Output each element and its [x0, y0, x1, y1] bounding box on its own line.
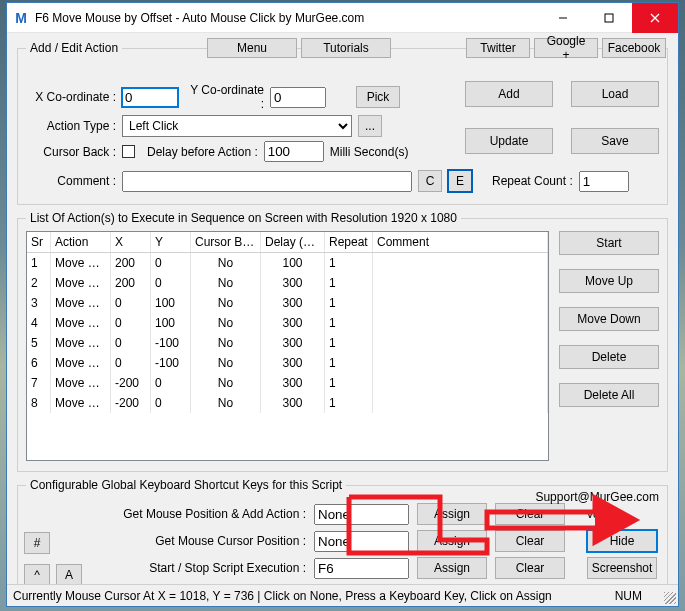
twitter-button[interactable]: Twitter — [466, 38, 530, 58]
add-button[interactable]: Add — [465, 81, 553, 107]
table-row[interactable]: 7Move M...-2000No3001 — [27, 373, 548, 393]
sc1-input[interactable] — [314, 504, 409, 525]
grid-header: Sr Action X Y Cursor Back Delay (ms) Rep… — [27, 232, 548, 253]
table-row[interactable]: 5Move M...0-100No3001 — [27, 333, 548, 353]
table-row[interactable]: 3Move M...0100No3001 — [27, 293, 548, 313]
y-coord-input[interactable] — [270, 87, 326, 108]
menu-button[interactable]: Menu — [207, 38, 297, 58]
action-type-label: Action Type : — [26, 119, 116, 133]
screenshot-button[interactable]: Screenshot — [587, 557, 657, 579]
table-row[interactable]: 8Move M...-2000No3001 — [27, 393, 548, 413]
app-icon: M — [13, 10, 29, 26]
sc2-assign[interactable]: Assign — [417, 530, 487, 552]
movedown-button[interactable]: Move Down — [559, 307, 659, 331]
caret-button[interactable]: ^ — [24, 564, 50, 586]
repeat-input[interactable] — [579, 171, 629, 192]
table-row[interactable]: 1Move M...2000No1001 — [27, 253, 548, 273]
shortcuts-legend: Configurable Global Keyboard Shortcut Ke… — [26, 478, 346, 492]
x-coord-label: X Co-ordinate : — [26, 90, 116, 104]
tutorials-button[interactable]: Tutorials — [301, 38, 391, 58]
googleplus-button[interactable]: Google + — [534, 38, 598, 58]
comment-label: Comment : — [26, 174, 116, 188]
save-button[interactable]: Save — [571, 128, 659, 154]
ms-label: Milli Second(s) — [330, 145, 409, 159]
c-button[interactable]: C — [418, 170, 442, 192]
sc3-clear[interactable]: Clear — [495, 557, 565, 579]
table-row[interactable]: 2Move M...2000No3001 — [27, 273, 548, 293]
action-list-legend: List Of Action(s) to Execute in Sequence… — [26, 211, 461, 225]
sc1-label: Get Mouse Position & Add Action : — [26, 507, 306, 521]
sc3-assign[interactable]: Assign — [417, 557, 487, 579]
status-text: Currently Mouse Cursor At X = 1018, Y = … — [13, 589, 552, 603]
support-link[interactable]: Support@MurGee.com — [535, 490, 659, 504]
add-edit-group: Add / Edit Action Menu Tutorials Twitter… — [17, 41, 668, 205]
action-type-select[interactable]: Left Click — [122, 115, 352, 137]
resize-grip-icon[interactable] — [664, 592, 676, 604]
svg-rect-1 — [605, 14, 613, 22]
hash-button[interactable]: # — [24, 532, 50, 554]
table-row[interactable]: 6Move M...0-100No3001 — [27, 353, 548, 373]
close-button[interactable] — [632, 3, 678, 33]
y-coord-label: Y Co-ordinate : — [184, 83, 264, 111]
update-button[interactable]: Update — [465, 128, 553, 154]
pick-button[interactable]: Pick — [356, 86, 400, 108]
sc2-input[interactable] — [314, 531, 409, 552]
sc2-label: Get Mouse Cursor Position : — [26, 534, 306, 548]
app-window: M F6 Move Mouse by Offset - Auto Mouse C… — [6, 2, 679, 607]
comment-input[interactable] — [122, 171, 412, 192]
x-coord-input[interactable] — [122, 88, 178, 107]
shortcuts-group: Configurable Global Keyboard Shortcut Ke… — [17, 478, 668, 593]
moveup-button[interactable]: Move Up — [559, 269, 659, 293]
sc1-assign[interactable]: Assign — [417, 503, 487, 525]
version-label: v80.1 — [587, 507, 616, 521]
cursor-back-label: Cursor Back : — [26, 145, 116, 159]
start-button[interactable]: Start — [559, 231, 659, 255]
sc1-clear[interactable]: Clear — [495, 503, 565, 525]
sc3-input[interactable] — [314, 558, 409, 579]
window-title: F6 Move Mouse by Offset - Auto Mouse Cli… — [35, 11, 540, 25]
cursor-back-checkbox[interactable] — [122, 145, 135, 158]
delay-label: Delay before Action : — [147, 145, 258, 159]
add-edit-legend: Add / Edit Action — [26, 41, 122, 55]
numlock-indicator: NUM — [615, 589, 642, 603]
facebook-button[interactable]: Facebook — [602, 38, 666, 58]
hide-button[interactable]: Hide — [587, 530, 657, 552]
maximize-button[interactable] — [586, 3, 632, 33]
minimize-button[interactable] — [540, 3, 586, 33]
action-type-more-button[interactable]: ... — [358, 115, 382, 137]
repeat-label: Repeat Count : — [492, 174, 573, 188]
sc2-clear[interactable]: Clear — [495, 530, 565, 552]
table-row[interactable]: 4Move M...0100No3001 — [27, 313, 548, 333]
a-button[interactable]: A — [56, 564, 82, 586]
load-button[interactable]: Load — [571, 81, 659, 107]
action-grid[interactable]: Sr Action X Y Cursor Back Delay (ms) Rep… — [26, 231, 549, 461]
delay-input[interactable] — [264, 141, 324, 162]
titlebar[interactable]: M F6 Move Mouse by Offset - Auto Mouse C… — [7, 3, 678, 33]
deleteall-button[interactable]: Delete All — [559, 383, 659, 407]
delete-button[interactable]: Delete — [559, 345, 659, 369]
e-button[interactable]: E — [448, 170, 472, 192]
status-bar: Currently Mouse Cursor At X = 1018, Y = … — [7, 584, 678, 606]
action-list-group: List Of Action(s) to Execute in Sequence… — [17, 211, 668, 472]
